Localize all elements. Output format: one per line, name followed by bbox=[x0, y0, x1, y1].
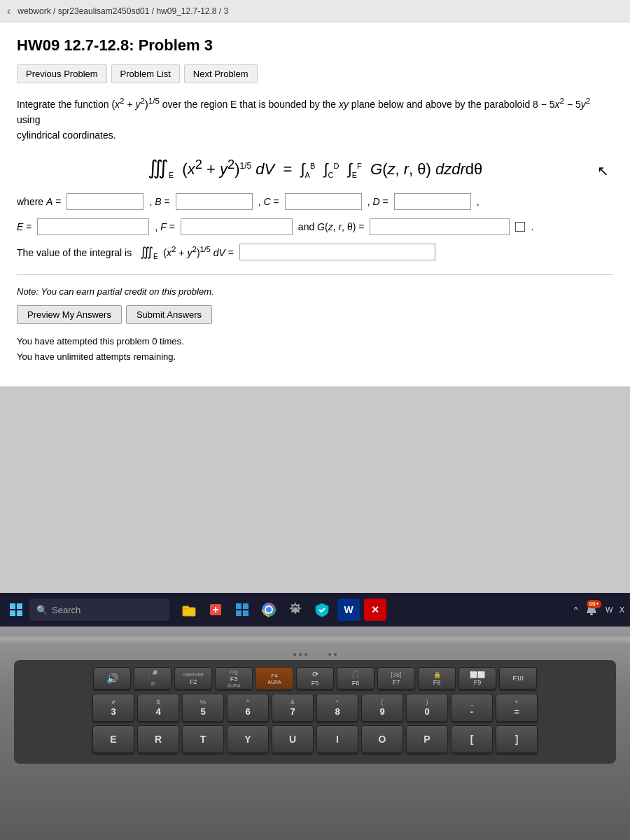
label-comma: , bbox=[477, 196, 479, 207]
number-key-row: # 3 $ 4 % 5 ^ 6 & 7 * 8 bbox=[21, 694, 609, 722]
speaker-dots bbox=[293, 653, 337, 656]
taskbar-file-explorer[interactable] bbox=[178, 598, 200, 621]
preview-answers-button[interactable]: Preview My Answers bbox=[17, 305, 122, 324]
key-minus[interactable]: _ - bbox=[451, 694, 493, 722]
system-tray: ^ 99+ W X bbox=[574, 598, 624, 621]
key-f4[interactable]: F4 AURA bbox=[255, 667, 293, 690]
key-e[interactable]: E bbox=[92, 725, 134, 753]
function-helper-icon[interactable] bbox=[515, 222, 525, 232]
attempt-line2: You have unlimited attempts remaining. bbox=[17, 349, 613, 365]
key-y[interactable]: Y bbox=[227, 725, 269, 753]
main-content: HW09 12.7-12.8: Problem 3 Previous Probl… bbox=[0, 22, 630, 386]
key-volume[interactable]: 🔊 bbox=[93, 667, 131, 690]
input-e[interactable] bbox=[37, 218, 149, 235]
notification-icon[interactable]: 99+ bbox=[580, 598, 603, 621]
key-o[interactable]: O bbox=[361, 725, 403, 753]
taskbar-search[interactable]: 🔍 Search bbox=[29, 598, 169, 621]
input-b[interactable] bbox=[176, 193, 253, 210]
taskbar: 🔍 Search bbox=[0, 593, 630, 626]
key-f8[interactable]: 🔒 F8 bbox=[418, 667, 456, 690]
notification-badge: 99+ bbox=[587, 600, 601, 608]
label-g: and G(z, r, θ) = bbox=[298, 221, 365, 232]
search-icon: 🔍 bbox=[36, 605, 48, 615]
key-f5[interactable]: ⟳ F5 bbox=[296, 667, 334, 690]
key-p[interactable]: P bbox=[406, 725, 448, 753]
input-a[interactable] bbox=[66, 193, 144, 210]
fields-row-efg: E = , F = and G(z, r, θ) = . bbox=[17, 218, 613, 235]
next-problem-button[interactable]: Next Problem bbox=[184, 64, 258, 83]
label-b: , B = bbox=[149, 196, 169, 207]
taskbar-pinned-app[interactable] bbox=[204, 598, 227, 621]
fn-key-row: 🔊 🎤 ⊘ calendar F2 rog F3 AURA F4 AURA ⟳ bbox=[21, 667, 609, 690]
key-f7[interactable]: [38] F7 bbox=[377, 667, 415, 690]
taskbar-icons: W ✕ bbox=[178, 598, 386, 621]
cursor-arrow: ↖ bbox=[597, 162, 609, 179]
key-3[interactable]: # 3 bbox=[92, 694, 134, 722]
key-f3[interactable]: rog F3 AURA bbox=[215, 667, 253, 690]
back-button[interactable]: ‹ bbox=[7, 5, 10, 18]
key-f6[interactable]: 🎵 F6 bbox=[337, 667, 374, 690]
taskbar-w-app[interactable]: W bbox=[337, 598, 360, 621]
breadcrumb: webwork / spr23eaulisam2450sd01 / hw09_1… bbox=[18, 6, 228, 16]
input-f[interactable] bbox=[181, 218, 293, 235]
key-mic[interactable]: 🎤 ⊘ bbox=[134, 667, 172, 690]
key-t[interactable]: T bbox=[182, 725, 224, 753]
submit-answers-button[interactable]: Submit Answers bbox=[126, 305, 212, 324]
taskbar-settings-icon[interactable] bbox=[284, 598, 307, 621]
chevron-up-icon[interactable]: ^ bbox=[574, 606, 578, 614]
key-f9[interactable]: ⬜⬜ F9 bbox=[458, 667, 496, 690]
taskbar-grid-app[interactable] bbox=[231, 598, 253, 621]
taskbar-chrome-icon[interactable] bbox=[258, 598, 280, 621]
key-5[interactable]: % 5 bbox=[182, 694, 224, 722]
nav-buttons: Previous Problem Problem List Next Probl… bbox=[17, 64, 613, 83]
windows-start-button[interactable] bbox=[6, 599, 27, 620]
key-8[interactable]: * 8 bbox=[316, 694, 358, 722]
divider bbox=[17, 274, 613, 275]
input-d[interactable] bbox=[394, 193, 471, 210]
key-6[interactable]: ^ 6 bbox=[227, 694, 269, 722]
input-g[interactable] bbox=[370, 218, 510, 235]
search-label: Search bbox=[52, 605, 80, 615]
prev-problem-button[interactable]: Previous Problem bbox=[17, 64, 107, 83]
key-f2[interactable]: calendar F2 bbox=[174, 667, 212, 690]
key-bracket-open[interactable]: [ bbox=[451, 725, 493, 753]
period: . bbox=[531, 221, 533, 232]
label-value-integral: The value of the integral is ∭E (x2 + y2… bbox=[17, 244, 234, 260]
key-bracket-close[interactable]: ] bbox=[496, 725, 538, 753]
page-title: HW09 12.7-12.8: Problem 3 bbox=[17, 36, 613, 55]
key-f10[interactable]: F10 bbox=[499, 667, 537, 690]
action-buttons: Preview My Answers Submit Answers bbox=[17, 305, 613, 324]
key-equals[interactable]: + = bbox=[496, 694, 538, 722]
svg-rect-5 bbox=[236, 603, 241, 609]
attempt-line1: You have attempted this problem 0 times. bbox=[17, 334, 613, 349]
label-e: E = bbox=[17, 221, 31, 232]
key-7[interactable]: & 7 bbox=[272, 694, 314, 722]
time-display: W X bbox=[606, 606, 624, 614]
keyboard-area: 🔊 🎤 ⊘ calendar F2 rog F3 AURA F4 AURA ⟳ bbox=[14, 660, 616, 764]
taskbar-close-icon[interactable]: ✕ bbox=[364, 598, 386, 621]
svg-rect-1 bbox=[183, 606, 189, 609]
laptop-body: 🔊 🎤 ⊘ calendar F2 rog F3 AURA F4 AURA ⟳ bbox=[0, 626, 630, 840]
key-0[interactable]: ) 0 bbox=[406, 694, 448, 722]
integral-equation: ∭E (x2 + y2)1/5 dV = ∫AB ∫CD ∫EF G(z, r,… bbox=[17, 156, 613, 179]
problem-description: Integrate the function (x2 + y2)1/5 over… bbox=[17, 94, 613, 144]
svg-rect-8 bbox=[243, 610, 248, 616]
label-f: , F = bbox=[155, 221, 174, 232]
note-text: Note: You can earn partial credit on thi… bbox=[17, 286, 613, 297]
key-u[interactable]: U bbox=[272, 725, 314, 753]
label-c: , C = bbox=[258, 196, 279, 207]
svg-point-11 bbox=[266, 607, 272, 612]
input-c[interactable] bbox=[285, 193, 362, 210]
problem-list-button[interactable]: Problem List bbox=[111, 64, 180, 83]
key-r[interactable]: R bbox=[137, 725, 179, 753]
key-i[interactable]: I bbox=[316, 725, 358, 753]
input-integral-value[interactable] bbox=[239, 244, 435, 260]
svg-rect-6 bbox=[243, 603, 248, 609]
fields-row-abcd: where A = , B = , C = , D = , bbox=[17, 193, 613, 210]
svg-rect-13 bbox=[590, 613, 593, 615]
taskbar-antivirus-icon[interactable] bbox=[311, 598, 333, 621]
key-4[interactable]: $ 4 bbox=[137, 694, 179, 722]
key-9[interactable]: ( 9 bbox=[361, 694, 403, 722]
browser-bar: ‹ webwork / spr23eaulisam2450sd01 / hw09… bbox=[0, 0, 630, 22]
label-where-a: where A = bbox=[17, 196, 61, 207]
